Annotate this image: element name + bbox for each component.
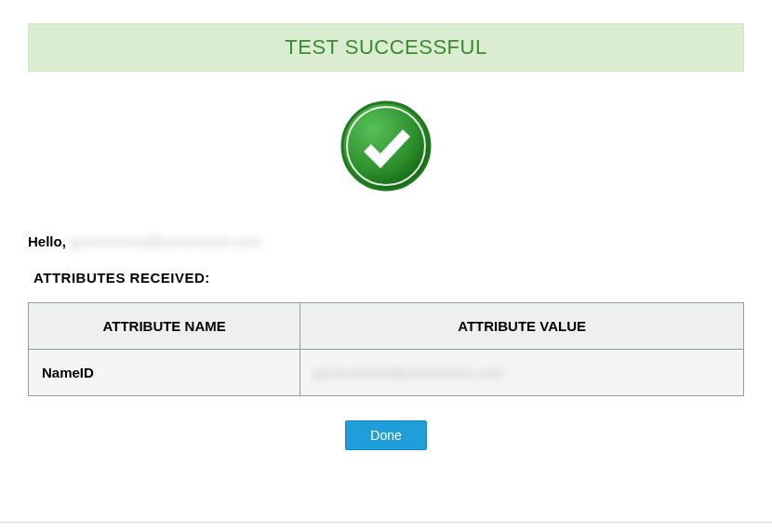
banner-title: TEST SUCCESSFUL [285, 35, 486, 59]
greeting-prefix: Hello, [28, 233, 66, 249]
attr-value-redacted: gxxxxxxxxxx@xxxxxxxxxx.com [313, 365, 505, 380]
col-attr-value: ATTRIBUTE VALUE [300, 303, 744, 350]
attr-value-cell: gxxxxxxxxxx@xxxxxxxxxx.com [300, 350, 744, 396]
greeting-line: Hello, gxxxxxxxxxx@xxxxxxxxxx.com [28, 233, 744, 249]
attributes-section-title: ATTRIBUTES RECEIVED: [33, 270, 744, 286]
status-banner: TEST SUCCESSFUL [28, 23, 744, 72]
col-attr-name: ATTRIBUTE NAME [29, 303, 300, 350]
actions-row: Done [28, 420, 744, 450]
done-button[interactable]: Done [345, 420, 426, 450]
success-icon-row [28, 100, 744, 196]
attributes-table: ATTRIBUTE NAME ATTRIBUTE VALUE NameID gx… [28, 302, 744, 396]
svg-point-0 [342, 102, 430, 190]
table-header-row: ATTRIBUTE NAME ATTRIBUTE VALUE [29, 303, 744, 350]
attr-name-cell: NameID [29, 350, 300, 396]
greeting-username: gxxxxxxxxxx@xxxxxxxxxx.com [70, 233, 261, 249]
footer-divider [0, 522, 772, 523]
table-row: NameID gxxxxxxxxxx@xxxxxxxxxx.com [29, 350, 744, 396]
check-circle-icon [339, 100, 433, 193]
